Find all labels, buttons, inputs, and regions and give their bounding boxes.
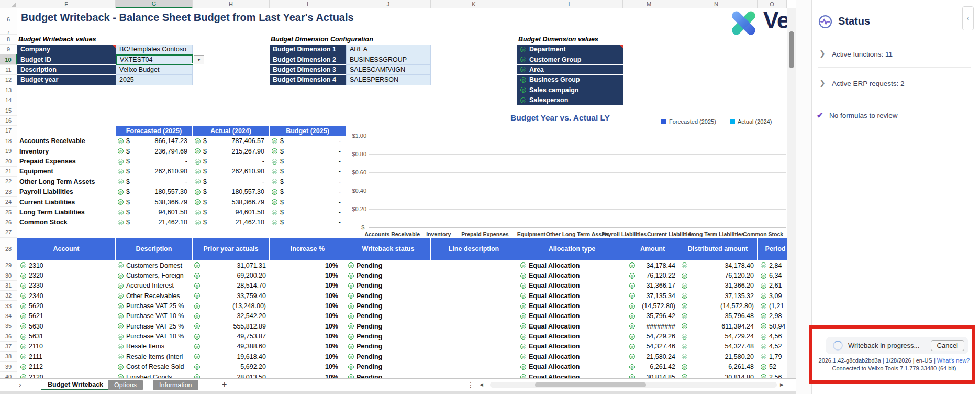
cell-line-description[interactable] xyxy=(433,270,514,280)
cell-description[interactable]: Resale Items (Interi xyxy=(118,352,191,362)
cell-line-description[interactable] xyxy=(433,260,514,270)
balance-cell[interactable]: $787,406.57 xyxy=(195,136,264,146)
row-header-19[interactable]: 19 xyxy=(0,146,17,156)
column-header-J[interactable]: J xyxy=(346,0,431,8)
add-sheet-button[interactable]: + xyxy=(222,380,227,389)
cell-label-description[interactable]: Description xyxy=(17,65,116,75)
row-header-26[interactable]: 26 xyxy=(0,217,17,227)
cell-writeback-status[interactable]: Pending xyxy=(348,291,427,301)
balance-cell[interactable]: $- xyxy=(272,136,341,146)
column-header-I[interactable]: I xyxy=(270,0,346,8)
balance-cell[interactable]: $866,147.23 xyxy=(118,136,187,146)
row-header-39[interactable]: 39 xyxy=(0,362,17,372)
balance-cell[interactable]: $215,267.90 xyxy=(195,146,264,156)
cell-prior-year[interactable]: 28,514.70 xyxy=(194,281,266,291)
balance-cell[interactable]: $- xyxy=(118,156,187,166)
scroll-left-icon[interactable]: ◀ xyxy=(480,382,483,387)
balance-cell[interactable]: $- xyxy=(272,187,341,197)
horizontal-scrollbar[interactable] xyxy=(490,382,777,388)
cell-line-description[interactable] xyxy=(433,352,514,362)
cell-description[interactable]: Cost of Resale Sold xyxy=(118,362,191,372)
cell-line-description[interactable] xyxy=(433,372,514,378)
cell-allocation-type[interactable]: Equal Allocation xyxy=(520,311,623,321)
balance-cell[interactable]: $538,366.79 xyxy=(195,197,264,207)
column-header-M[interactable]: M xyxy=(623,0,675,8)
dropdown-button[interactable]: ▼ xyxy=(194,55,204,64)
vertical-scrollbar-thumb[interactable] xyxy=(789,31,794,68)
balance-cell[interactable]: $- xyxy=(272,197,341,207)
cell-label-budget-year[interactable]: Budget year xyxy=(17,75,116,85)
cell-allocation-type[interactable]: Equal Allocation xyxy=(520,301,623,311)
sheet-nav-chevron[interactable]: › xyxy=(19,380,21,389)
cell-description[interactable]: Accrued Interest xyxy=(118,281,191,291)
cell-amount[interactable]: 30,814.85 xyxy=(629,372,675,378)
cell-prior-year[interactable]: 5,692.20 xyxy=(194,362,266,372)
cell-amount[interactable]: 35,796.42 xyxy=(629,311,675,321)
column-header-L[interactable]: L xyxy=(517,0,623,8)
cell-description[interactable]: Customers Domest xyxy=(118,260,191,270)
cell-writeback-status[interactable]: Pending xyxy=(348,311,427,321)
cell-allocation-type[interactable]: Equal Allocation xyxy=(520,270,623,280)
whats-new-link[interactable]: What's new? xyxy=(937,357,970,364)
row-header-32[interactable]: 32 xyxy=(0,291,17,301)
cell-description[interactable]: Other Receivables xyxy=(118,291,191,301)
cell-increase[interactable]: 10% xyxy=(270,291,338,301)
balance-cell[interactable]: $262,610.90 xyxy=(118,167,187,177)
cell-account[interactable]: 5631 xyxy=(20,331,104,341)
cell-description[interactable]: Purchase VAT 25 % xyxy=(118,321,191,331)
row-header-6[interactable]: 6 xyxy=(0,8,17,30)
row-header-14[interactable]: 14 xyxy=(0,95,17,105)
cell-writeback-status[interactable]: Pending xyxy=(348,331,427,341)
row-header-16[interactable]: 16 xyxy=(0,116,17,126)
row-header-27[interactable]: 27 xyxy=(0,227,17,237)
cell-period[interactable]: 52 xyxy=(761,362,787,372)
cell-prior-year[interactable]: 49,753.87 xyxy=(194,331,266,341)
dimension-value-department[interactable]: Department xyxy=(517,45,623,54)
tab-information[interactable]: Information xyxy=(153,380,198,390)
row-header-33[interactable]: 33 xyxy=(0,301,17,311)
cell-account[interactable]: 5630 xyxy=(20,321,104,331)
cell-increase[interactable]: 10% xyxy=(270,260,338,270)
column-header-K[interactable]: K xyxy=(431,0,517,8)
column-header-O[interactable]: O xyxy=(758,0,787,8)
cell-distributed[interactable]: 35,796.48 xyxy=(682,311,754,321)
expand-chevron-icon[interactable]: ❯ xyxy=(819,49,826,58)
cell-amount[interactable]: 54,327.46 xyxy=(629,342,675,352)
cell-amount[interactable]: 31,366.17 xyxy=(629,281,675,291)
cell-account[interactable]: 2320 xyxy=(20,270,104,280)
cell-line-description[interactable] xyxy=(433,281,514,291)
cell-value-company[interactable]: BC/Templates Contoso xyxy=(116,45,193,54)
cell-label-budget-dimension-1[interactable]: Budget Dimension 1 xyxy=(270,45,346,54)
cell-writeback-status[interactable]: Pending xyxy=(348,301,427,311)
cell-allocation-type[interactable]: Equal Allocation xyxy=(520,331,623,341)
column-header-G[interactable]: G xyxy=(116,0,193,8)
cell-distributed[interactable]: 76,120.20 xyxy=(682,270,754,280)
cell-line-description[interactable] xyxy=(433,321,514,331)
row-header-28[interactable]: 28 xyxy=(0,238,17,260)
row-header-38[interactable]: 38 xyxy=(0,352,17,362)
cell-increase[interactable]: 10% xyxy=(270,372,338,378)
collapse-pane-button[interactable]: ‹ xyxy=(962,6,974,30)
cell-amount[interactable]: 37,135.34 xyxy=(629,291,675,301)
cell-prior-year[interactable]: (13,248.00) xyxy=(194,301,266,311)
cell-allocation-type[interactable]: Equal Allocation xyxy=(520,352,623,362)
cell-amount[interactable]: 6,261.42 xyxy=(629,362,675,372)
balance-cell[interactable]: $538,366.79 xyxy=(118,197,187,207)
cancel-button[interactable]: Cancel xyxy=(931,340,964,351)
cell-label-company[interactable]: Company xyxy=(17,45,116,54)
cell-period[interactable]: 2,61 xyxy=(761,281,787,291)
row-header-18[interactable]: 18 xyxy=(0,136,17,146)
cell-description[interactable]: Resale Items xyxy=(118,342,191,352)
cell-prior-year[interactable]: 49,388.60 xyxy=(194,342,266,352)
row-header-20[interactable]: 20 xyxy=(0,156,17,166)
cell-description[interactable]: Finished Goods xyxy=(118,372,191,378)
cell-prior-year[interactable]: 32,542.20 xyxy=(194,311,266,321)
cell-increase[interactable]: 10% xyxy=(270,281,338,291)
row-header-30[interactable]: 30 xyxy=(0,270,17,280)
tab-options[interactable]: Options xyxy=(108,380,143,390)
cell-label-budget-id[interactable]: Budget ID xyxy=(17,54,116,64)
cell-account[interactable]: 2310 xyxy=(20,260,104,270)
cell-increase[interactable]: 10% xyxy=(270,342,338,352)
row-header-11[interactable]: 11 xyxy=(0,65,17,75)
cell-distributed[interactable]: 37,135.32 xyxy=(682,291,754,301)
